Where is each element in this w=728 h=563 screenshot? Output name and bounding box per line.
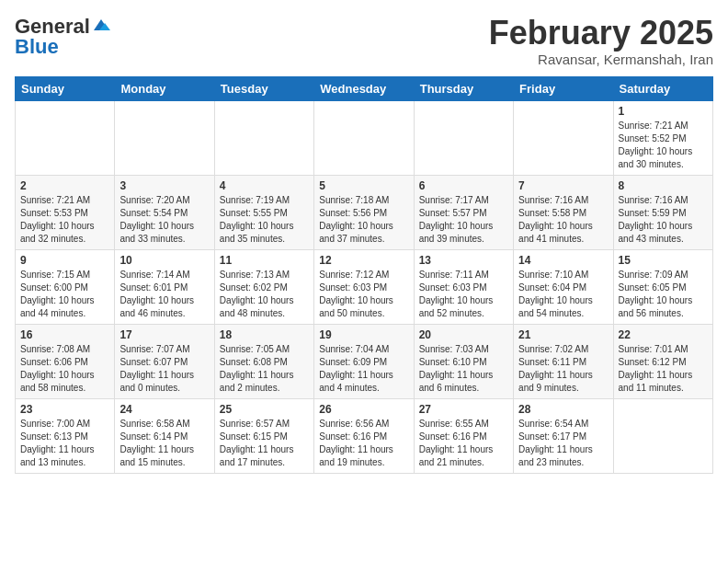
day-info: Sunrise: 6:56 AM Sunset: 6:16 PM Dayligh… — [319, 418, 408, 469]
day-number: 9 — [20, 254, 109, 267]
calendar-cell — [414, 100, 513, 175]
calendar-cell: 3Sunrise: 7:20 AM Sunset: 5:54 PM Daylig… — [115, 175, 214, 249]
day-number: 19 — [319, 328, 408, 341]
calendar-cell: 1Sunrise: 7:21 AM Sunset: 5:52 PM Daylig… — [613, 100, 712, 175]
weekday-header-sunday: Sunday — [16, 76, 115, 100]
logo-blue-text: Blue — [15, 35, 59, 59]
month-title: February 2025 — [489, 15, 713, 52]
day-info: Sunrise: 7:04 AM Sunset: 6:09 PM Dayligh… — [319, 343, 408, 395]
calendar-cell: 5Sunrise: 7:18 AM Sunset: 5:56 PM Daylig… — [314, 175, 414, 249]
calendar-week-row: 2Sunrise: 7:21 AM Sunset: 5:53 PM Daylig… — [16, 175, 713, 249]
day-number: 8 — [619, 179, 708, 192]
calendar-table: SundayMondayTuesdayWednesdayThursdayFrid… — [15, 76, 713, 474]
calendar-header: SundayMondayTuesdayWednesdayThursdayFrid… — [16, 76, 713, 100]
day-info: Sunrise: 7:12 AM Sunset: 6:03 PM Dayligh… — [319, 269, 408, 320]
day-info: Sunrise: 7:14 AM Sunset: 6:01 PM Dayligh… — [119, 269, 209, 320]
day-info: Sunrise: 7:00 AM Sunset: 6:13 PM Dayligh… — [20, 418, 109, 469]
calendar-cell: 11Sunrise: 7:13 AM Sunset: 6:02 PM Dayli… — [214, 249, 313, 324]
calendar-cell: 10Sunrise: 7:14 AM Sunset: 6:01 PM Dayli… — [115, 249, 214, 324]
calendar-cell: 18Sunrise: 7:05 AM Sunset: 6:08 PM Dayli… — [214, 324, 313, 398]
day-number: 18 — [220, 328, 309, 341]
day-info: Sunrise: 7:13 AM Sunset: 6:02 PM Dayligh… — [220, 269, 309, 320]
day-number: 6 — [419, 179, 508, 192]
day-info: Sunrise: 7:01 AM Sunset: 6:12 PM Dayligh… — [619, 343, 708, 395]
logo-icon — [92, 17, 110, 32]
location: Ravansar, Kermanshah, Iran — [489, 52, 713, 67]
day-info: Sunrise: 7:18 AM Sunset: 5:56 PM Dayligh… — [319, 194, 408, 246]
calendar-cell: 25Sunrise: 6:57 AM Sunset: 6:15 PM Dayli… — [214, 398, 313, 473]
day-number: 27 — [419, 403, 508, 416]
calendar-cell — [115, 100, 214, 175]
weekday-header-wednesday: Wednesday — [314, 76, 414, 100]
calendar-cell: 27Sunrise: 6:55 AM Sunset: 6:16 PM Dayli… — [414, 398, 513, 473]
weekday-header-saturday: Saturday — [613, 76, 712, 100]
calendar-cell — [613, 398, 712, 473]
day-info: Sunrise: 7:02 AM Sunset: 6:11 PM Dayligh… — [518, 343, 608, 395]
calendar-cell: 6Sunrise: 7:17 AM Sunset: 5:57 PM Daylig… — [414, 175, 513, 249]
day-info: Sunrise: 7:07 AM Sunset: 6:07 PM Dayligh… — [119, 343, 209, 395]
day-number: 26 — [319, 403, 408, 416]
day-info: Sunrise: 7:20 AM Sunset: 5:54 PM Dayligh… — [119, 194, 209, 246]
day-info: Sunrise: 7:21 AM Sunset: 5:52 PM Dayligh… — [619, 120, 708, 171]
calendar-cell: 8Sunrise: 7:16 AM Sunset: 5:59 PM Daylig… — [613, 175, 712, 249]
calendar-cell: 21Sunrise: 7:02 AM Sunset: 6:11 PM Dayli… — [514, 324, 613, 398]
day-number: 15 — [619, 254, 708, 267]
calendar-cell: 13Sunrise: 7:11 AM Sunset: 6:03 PM Dayli… — [414, 249, 513, 324]
day-number: 1 — [619, 105, 708, 118]
calendar-cell: 19Sunrise: 7:04 AM Sunset: 6:09 PM Dayli… — [314, 324, 414, 398]
calendar-cell: 17Sunrise: 7:07 AM Sunset: 6:07 PM Dayli… — [115, 324, 214, 398]
weekday-header-tuesday: Tuesday — [214, 76, 313, 100]
day-number: 28 — [518, 403, 608, 416]
logo: General Blue — [15, 15, 110, 59]
day-number: 12 — [319, 254, 408, 267]
day-number: 10 — [119, 254, 209, 267]
day-number: 24 — [119, 403, 209, 416]
day-number: 14 — [518, 254, 608, 267]
calendar-cell: 23Sunrise: 7:00 AM Sunset: 6:13 PM Dayli… — [16, 398, 115, 473]
day-number: 11 — [220, 254, 309, 267]
day-info: Sunrise: 7:21 AM Sunset: 5:53 PM Dayligh… — [20, 194, 109, 246]
calendar-week-row: 9Sunrise: 7:15 AM Sunset: 6:00 PM Daylig… — [16, 249, 713, 324]
day-number: 2 — [20, 179, 109, 192]
day-info: Sunrise: 7:05 AM Sunset: 6:08 PM Dayligh… — [220, 343, 309, 395]
day-info: Sunrise: 7:10 AM Sunset: 6:04 PM Dayligh… — [518, 269, 608, 320]
day-info: Sunrise: 7:16 AM Sunset: 5:58 PM Dayligh… — [518, 194, 608, 246]
calendar-cell — [314, 100, 414, 175]
calendar-cell — [514, 100, 613, 175]
calendar-cell: 2Sunrise: 7:21 AM Sunset: 5:53 PM Daylig… — [16, 175, 115, 249]
calendar-cell: 15Sunrise: 7:09 AM Sunset: 6:05 PM Dayli… — [613, 249, 712, 324]
calendar-week-row: 1Sunrise: 7:21 AM Sunset: 5:52 PM Daylig… — [16, 100, 713, 175]
calendar-body: 1Sunrise: 7:21 AM Sunset: 5:52 PM Daylig… — [16, 100, 713, 473]
calendar-week-row: 16Sunrise: 7:08 AM Sunset: 6:06 PM Dayli… — [16, 324, 713, 398]
calendar-cell: 28Sunrise: 6:54 AM Sunset: 6:17 PM Dayli… — [514, 398, 613, 473]
calendar-week-row: 23Sunrise: 7:00 AM Sunset: 6:13 PM Dayli… — [16, 398, 713, 473]
day-number: 13 — [419, 254, 508, 267]
day-number: 5 — [319, 179, 408, 192]
calendar-cell: 12Sunrise: 7:12 AM Sunset: 6:03 PM Dayli… — [314, 249, 414, 324]
day-number: 25 — [220, 403, 309, 416]
weekday-header-friday: Friday — [514, 76, 613, 100]
day-info: Sunrise: 7:11 AM Sunset: 6:03 PM Dayligh… — [419, 269, 508, 320]
day-number: 23 — [20, 403, 109, 416]
day-number: 20 — [419, 328, 508, 341]
weekday-header-thursday: Thursday — [414, 76, 513, 100]
day-info: Sunrise: 7:15 AM Sunset: 6:00 PM Dayligh… — [20, 269, 109, 320]
calendar-cell: 14Sunrise: 7:10 AM Sunset: 6:04 PM Dayli… — [514, 249, 613, 324]
day-info: Sunrise: 7:16 AM Sunset: 5:59 PM Dayligh… — [619, 194, 708, 246]
weekday-header-monday: Monday — [115, 76, 214, 100]
day-info: Sunrise: 6:57 AM Sunset: 6:15 PM Dayligh… — [220, 418, 309, 469]
weekday-header-row: SundayMondayTuesdayWednesdayThursdayFrid… — [16, 76, 713, 100]
calendar-cell — [214, 100, 313, 175]
calendar-cell: 9Sunrise: 7:15 AM Sunset: 6:00 PM Daylig… — [16, 249, 115, 324]
title-block: February 2025 Ravansar, Kermanshah, Iran — [489, 15, 713, 67]
calendar-cell: 16Sunrise: 7:08 AM Sunset: 6:06 PM Dayli… — [16, 324, 115, 398]
calendar-cell: 7Sunrise: 7:16 AM Sunset: 5:58 PM Daylig… — [514, 175, 613, 249]
day-info: Sunrise: 7:08 AM Sunset: 6:06 PM Dayligh… — [20, 343, 109, 395]
page-header: General Blue February 2025 Ravansar, Ker… — [15, 15, 713, 67]
day-info: Sunrise: 7:17 AM Sunset: 5:57 PM Dayligh… — [419, 194, 508, 246]
calendar-cell: 22Sunrise: 7:01 AM Sunset: 6:12 PM Dayli… — [613, 324, 712, 398]
day-number: 3 — [119, 179, 209, 192]
day-info: Sunrise: 7:19 AM Sunset: 5:55 PM Dayligh… — [220, 194, 309, 246]
day-info: Sunrise: 6:55 AM Sunset: 6:16 PM Dayligh… — [419, 418, 508, 469]
calendar-cell — [16, 100, 115, 175]
